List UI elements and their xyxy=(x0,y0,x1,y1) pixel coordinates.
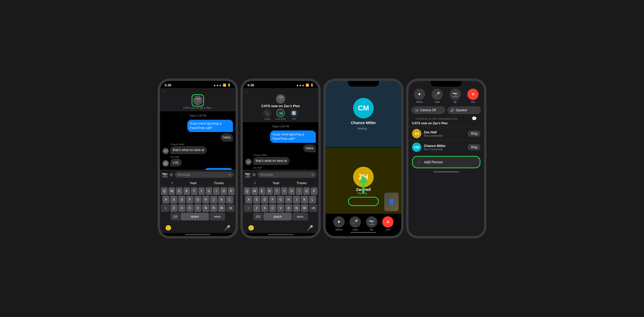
sug2-thanks[interactable]: Thanks xyxy=(297,181,307,185)
k2-j[interactable]: J xyxy=(293,196,300,203)
key-a[interactable]: A xyxy=(162,196,169,203)
key-m[interactable]: M xyxy=(218,204,225,212)
contact-avatar-1[interactable]: 🎬 xyxy=(193,96,202,105)
k2-b[interactable]: B xyxy=(285,204,292,212)
key-g[interactable]: G xyxy=(194,196,201,203)
key-space[interactable]: space xyxy=(181,213,209,220)
pp-ring-btn-zh[interactable]: Ring xyxy=(468,130,480,137)
k2-s[interactable]: S xyxy=(253,196,260,203)
k2-d[interactable]: D xyxy=(261,196,268,203)
key-s[interactable]: S xyxy=(170,196,177,203)
k2-a[interactable]: A xyxy=(245,196,252,203)
key-c[interactable]: C xyxy=(186,204,193,212)
k2-g[interactable]: G xyxy=(277,196,284,203)
k2-h[interactable]: H xyxy=(285,196,292,203)
pp-effects-btn[interactable]: ✦ effects xyxy=(412,89,427,103)
key-r[interactable]: R xyxy=(183,187,190,195)
back-button-2[interactable]: ‹ xyxy=(246,89,247,94)
key-t[interactable]: T xyxy=(191,187,198,195)
mic-icon-1[interactable]: 🎤 xyxy=(224,225,230,231)
pp-add-person-btn[interactable]: + Add Person xyxy=(412,156,480,168)
emoji-icon-1[interactable]: 🙂 xyxy=(165,225,172,231)
mute-btn-3[interactable]: 🎤 mute xyxy=(350,216,361,231)
key-f[interactable]: F xyxy=(186,196,193,203)
k2-t[interactable]: T xyxy=(274,187,280,195)
k2-i[interactable]: I xyxy=(296,187,302,195)
k2-u[interactable]: U xyxy=(288,187,295,195)
suggestion-thanks[interactable]: Thanks xyxy=(214,181,224,185)
key-q[interactable]: Q xyxy=(161,187,168,195)
flip-btn-3[interactable]: 📷 flip xyxy=(366,216,377,231)
key-k[interactable]: K xyxy=(218,196,225,203)
audio-btn-2[interactable]: 📞 audio xyxy=(263,109,271,120)
k2-shift[interactable]: ⇧ xyxy=(244,204,252,212)
pp-person-info-zh: Zac Hall Not Connected xyxy=(424,130,465,137)
k2-o[interactable]: O xyxy=(303,187,310,195)
pp-speaker-btn[interactable]: 🔊 Speaker xyxy=(447,106,481,114)
k2-delete[interactable]: ⌫ xyxy=(309,204,317,212)
contact-subtitle-1[interactable]: CATS now on Zac's Plex › xyxy=(183,107,213,109)
pp-camera-off-btn[interactable]: 📹 Camera Off xyxy=(412,106,445,114)
k2-c[interactable]: C xyxy=(269,204,276,212)
apps-icon-1[interactable]: ⊕ xyxy=(169,172,173,178)
key-e[interactable]: E xyxy=(176,187,183,195)
key-l[interactable]: L xyxy=(226,196,233,203)
emoji-icon-2[interactable]: 🙂 xyxy=(248,225,254,231)
pp-flip-btn[interactable]: 📷 flip xyxy=(447,89,463,103)
key-y[interactable]: Y xyxy=(198,187,205,195)
mic-icon-2[interactable]: 🎤 xyxy=(307,225,313,231)
pp-end-btn[interactable]: ✕ end xyxy=(465,89,481,103)
k2-r[interactable]: R xyxy=(266,187,273,195)
k2-x[interactable]: X xyxy=(261,204,268,212)
key-h[interactable]: H xyxy=(202,196,209,203)
k2-l[interactable]: L xyxy=(309,196,316,203)
key-v[interactable]: V xyxy=(194,204,201,212)
k2-n[interactable]: N xyxy=(293,204,300,212)
key-z[interactable]: Z xyxy=(170,204,177,212)
k2-return[interactable]: return xyxy=(292,213,308,220)
key-u[interactable]: U xyxy=(205,187,212,195)
key-i[interactable]: I xyxy=(213,187,220,195)
suggestion-yeah[interactable]: Yeah xyxy=(190,181,197,185)
k2-z[interactable]: Z xyxy=(253,204,260,212)
k2-v[interactable]: V xyxy=(277,204,284,212)
k2-e[interactable]: E xyxy=(259,187,265,195)
k2-w[interactable]: W xyxy=(251,187,258,195)
key-123[interactable]: 123 xyxy=(171,213,180,220)
end-btn-3[interactable]: ✕ end xyxy=(382,216,393,231)
imessage-input-1[interactable]: iMessage ≋ xyxy=(175,172,234,178)
pp-message-icon[interactable]: 💬 xyxy=(472,116,480,121)
k2-123[interactable]: 123 xyxy=(253,213,263,220)
k2-k[interactable]: K xyxy=(301,196,308,203)
camera-icon-1[interactable]: 📷 xyxy=(162,172,168,178)
k2-y[interactable]: Y xyxy=(281,187,288,195)
key-return[interactable]: return xyxy=(210,213,225,220)
pp-ring-btn-cm[interactable]: Ring xyxy=(468,144,480,150)
sug2-yeah[interactable]: Yeah xyxy=(273,181,280,185)
pp-mute-btn[interactable]: 🎤 mute xyxy=(430,89,445,103)
back-button-1[interactable]: ‹ xyxy=(163,89,164,94)
effects-btn-3[interactable]: ✦ effects xyxy=(333,216,345,231)
k2-space[interactable]: space xyxy=(263,213,292,220)
key-j[interactable]: J xyxy=(210,196,217,203)
k2-q[interactable]: Q xyxy=(244,187,251,195)
info-btn-2[interactable]: ℹ️ info xyxy=(290,109,298,120)
apps-icon-2[interactable]: ⊕ xyxy=(252,172,256,178)
key-delete[interactable]: ⌫ xyxy=(226,204,235,212)
key-p[interactable]: P xyxy=(228,187,235,195)
key-w[interactable]: W xyxy=(168,187,175,195)
k2-m[interactable]: M xyxy=(301,204,308,212)
suggestion-i[interactable]: I xyxy=(172,181,172,185)
key-shift[interactable]: ⇧ xyxy=(161,204,169,212)
k2-p[interactable]: P xyxy=(311,187,317,195)
sug2-i[interactable]: I xyxy=(254,181,255,185)
k2-f[interactable]: F xyxy=(269,196,276,203)
key-o[interactable]: O xyxy=(220,187,227,195)
key-d[interactable]: D xyxy=(178,196,185,203)
camera-icon-2[interactable]: 📷 xyxy=(245,172,251,178)
key-x[interactable]: X xyxy=(178,204,185,212)
imessage-input-2[interactable]: iMessage ≋ xyxy=(257,172,316,178)
key-b[interactable]: B xyxy=(202,204,209,212)
facetime-btn-2[interactable]: 📹 FaceTime xyxy=(275,109,286,120)
key-n[interactable]: N xyxy=(210,204,217,212)
